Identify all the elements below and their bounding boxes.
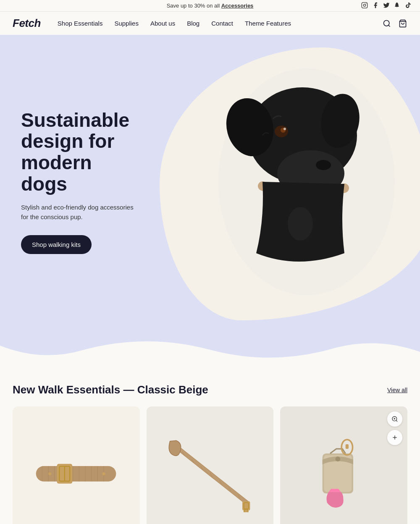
nav-shop-essentials[interactable]: Shop Essentials bbox=[58, 20, 103, 27]
card-actions bbox=[387, 411, 402, 445]
twitter-icon[interactable] bbox=[383, 2, 390, 10]
svg-rect-55 bbox=[345, 444, 348, 449]
products-header: New Walk Essentials — Classic Beige View… bbox=[13, 383, 407, 396]
nav-contact[interactable]: Contact bbox=[211, 20, 233, 27]
product-card-leash: Beige Dog Leash $4000 bbox=[147, 406, 274, 524]
view-all-link[interactable]: View all bbox=[387, 387, 407, 393]
svg-point-33 bbox=[48, 472, 51, 475]
announcement-text: Save up to 30% on all bbox=[167, 3, 221, 9]
social-icons-container bbox=[361, 2, 412, 10]
products-section-title: New Walk Essentials — Classic Beige bbox=[13, 383, 208, 396]
add-button[interactable] bbox=[387, 430, 402, 445]
svg-line-4 bbox=[388, 25, 390, 26]
snapchat-icon[interactable] bbox=[394, 2, 401, 10]
svg-point-34 bbox=[102, 472, 105, 475]
nav-supplies[interactable]: Supplies bbox=[114, 20, 139, 27]
announcement-link[interactable]: Accessories bbox=[221, 3, 254, 9]
product-image-collar bbox=[13, 406, 140, 524]
hero-title: Sustainable design for modern dogs bbox=[21, 110, 139, 194]
nav-about[interactable]: About us bbox=[150, 20, 175, 27]
hero-subtitle: Stylish and eco-friendly dog accessories… bbox=[21, 203, 139, 222]
navbar: Fetch Shop Essentials Supplies About us … bbox=[0, 12, 420, 35]
announcement-bar: Save up to 30% on all Accessories bbox=[0, 0, 420, 12]
nav-actions bbox=[382, 19, 407, 28]
nav-blog[interactable]: Blog bbox=[187, 20, 200, 27]
svg-point-1 bbox=[363, 4, 365, 6]
svg-point-3 bbox=[384, 20, 389, 26]
product-image-bag-holder bbox=[280, 406, 407, 524]
search-icon[interactable] bbox=[382, 19, 391, 28]
svg-point-53 bbox=[335, 457, 340, 462]
svg-rect-0 bbox=[362, 2, 367, 8]
instagram-icon[interactable] bbox=[361, 2, 368, 10]
nav-theme-features[interactable]: Theme Features bbox=[245, 20, 291, 27]
svg-point-12 bbox=[284, 128, 286, 130]
svg-line-46 bbox=[396, 420, 397, 422]
hero-cta-button[interactable]: Shop walking kits bbox=[21, 235, 92, 254]
hero-content: Sustainable design for modern dogs Styli… bbox=[0, 76, 160, 288]
wave-divider bbox=[0, 329, 420, 362]
product-card-bag-holder: Beige Poop Bag Holder $3000 bbox=[280, 406, 407, 524]
product-card-collar: Beige Dog Collar $4000 bbox=[13, 406, 140, 524]
zoom-button[interactable] bbox=[387, 411, 402, 427]
svg-point-9 bbox=[316, 160, 331, 170]
nav-links: Shop Essentials Supplies About us Blog C… bbox=[58, 20, 382, 27]
tiktok-icon[interactable] bbox=[405, 2, 412, 10]
svg-point-2 bbox=[366, 3, 367, 4]
svg-point-37 bbox=[244, 509, 248, 512]
hero-dog-image bbox=[181, 43, 399, 320]
hero-section: Sustainable design for modern dogs Styli… bbox=[0, 35, 420, 329]
products-section: New Walk Essentials — Classic Beige View… bbox=[0, 362, 420, 524]
svg-point-17 bbox=[288, 207, 313, 241]
product-image-leash bbox=[147, 406, 274, 524]
logo[interactable]: Fetch bbox=[13, 17, 41, 30]
facebook-icon[interactable] bbox=[372, 2, 379, 10]
product-grid: Beige Dog Collar $4000 bbox=[13, 406, 407, 524]
cart-icon[interactable] bbox=[398, 19, 407, 28]
